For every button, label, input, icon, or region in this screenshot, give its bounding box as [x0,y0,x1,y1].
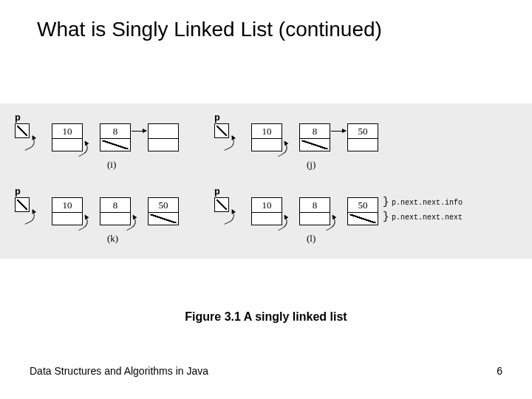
node: 8 [100,123,131,151]
pointer-label: p [15,186,21,197]
node-info: 50 [149,198,178,213]
pointer-label: p [214,186,220,197]
node-next [100,139,130,151]
node-info: 10 [52,124,82,139]
brace-icon: } [383,196,389,208]
node-next [348,139,378,151]
node-info: 10 [252,124,282,139]
node-info: 10 [52,198,82,213]
node-info: 8 [100,198,130,213]
node-info [149,124,178,139]
panel-label: (l) [307,233,316,245]
node-next [149,139,178,151]
node [148,123,179,151]
node: 8 [299,123,330,151]
pointer-box [15,197,30,212]
link-arrow [331,131,346,132]
node-next [348,213,378,225]
panel-label: (i) [107,159,116,171]
panel-label: (k) [107,233,118,245]
node-info: 10 [252,198,282,213]
pointer-box [15,123,30,138]
node-info: 50 [348,198,378,213]
node-info: 8 [300,198,330,213]
annotation-next: p.next.next.next [392,214,463,222]
page-title: What is Singly Linked List (continued) [0,0,532,41]
page-number: 6 [497,365,502,377]
figure-caption: Figure 3.1 A singly linked list [0,310,532,324]
pointer-label: p [214,112,220,123]
node-next [300,139,330,151]
node: 50 [347,197,378,225]
panel-label: (j) [307,159,316,171]
node-info: 8 [100,124,130,139]
pointer-box [214,197,229,212]
brace-icon: } [383,211,389,222]
node: 50 [148,197,179,225]
link-arrow [132,131,146,132]
footer-source: Data Structures and Algorithms in Java [30,365,208,377]
node-info: 50 [348,124,378,139]
node: 50 [347,123,378,151]
pointer-box [214,123,229,138]
node-info: 8 [300,124,330,139]
figure-area: p 10 8 (i) p 10 8 [0,103,532,259]
annotation-info: p.next.next.info [392,199,463,208]
pointer-label: p [15,112,21,123]
node-next [149,213,178,225]
